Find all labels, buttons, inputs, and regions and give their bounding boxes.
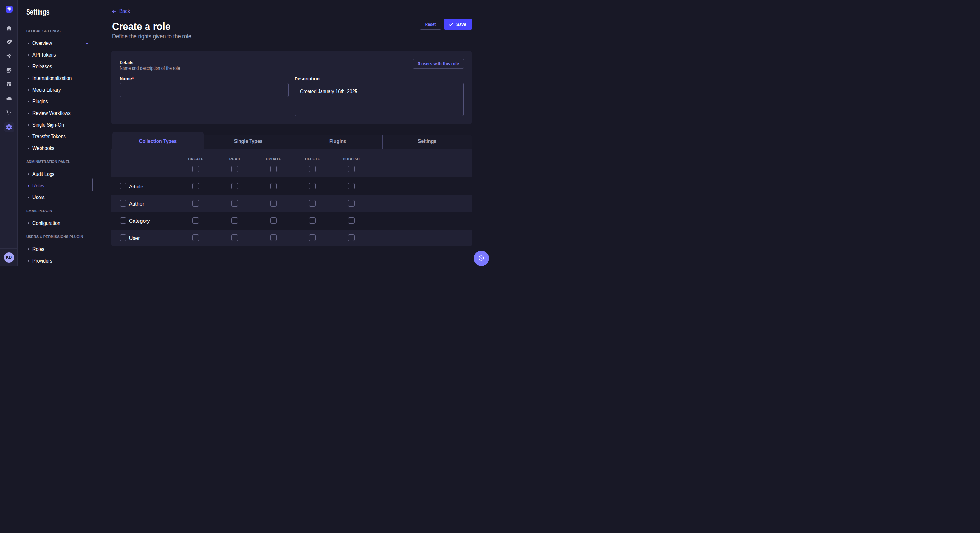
svg-text:?: ? — [480, 257, 482, 260]
